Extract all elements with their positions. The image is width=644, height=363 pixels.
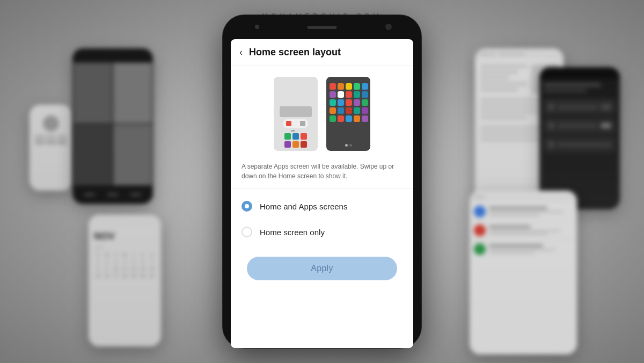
apply-section: Apply <box>231 249 413 291</box>
front-camera <box>255 25 259 29</box>
apply-button[interactable]: Apply <box>247 257 397 280</box>
sensor <box>385 24 392 30</box>
mini-phone-apps[interactable] <box>326 77 370 151</box>
radio-option-home-only[interactable]: Home screen only <box>231 219 413 245</box>
bg-phone-clock <box>30 105 72 191</box>
bg-phone-settings <box>539 67 620 209</box>
bg-phone-gallery <box>72 48 153 204</box>
bg-phone-calendar: NOV 2019 SMTWTFS 1234567 891011121314 15… <box>89 215 161 346</box>
phone-screen[interactable]: ‹ Home screen layout <box>231 39 413 348</box>
radio-section: Home and Apps screens Home screen only <box>231 188 413 249</box>
radio-option-home-apps[interactable]: Home and Apps screens <box>231 193 413 219</box>
screen-title: Home screen layout <box>249 47 341 58</box>
layout-preview <box>231 66 413 157</box>
radio-home-only-indicator <box>241 227 252 237</box>
radio-home-apps-label: Home and Apps screens <box>260 202 347 211</box>
layout-description: A separate Apps screen will be available… <box>231 157 413 188</box>
radio-home-only-label: Home screen only <box>260 228 325 237</box>
bg-phone-email: Inbox <box>470 191 577 354</box>
mini-phone-home[interactable] <box>274 77 318 151</box>
phone-top-bar <box>223 15 421 39</box>
radio-home-apps-indicator <box>241 201 252 212</box>
back-button[interactable]: ‹ <box>239 47 243 58</box>
speaker <box>308 26 337 29</box>
screen-header: ‹ Home screen layout <box>231 39 413 66</box>
main-phone: ‹ Home screen layout <box>223 15 421 348</box>
